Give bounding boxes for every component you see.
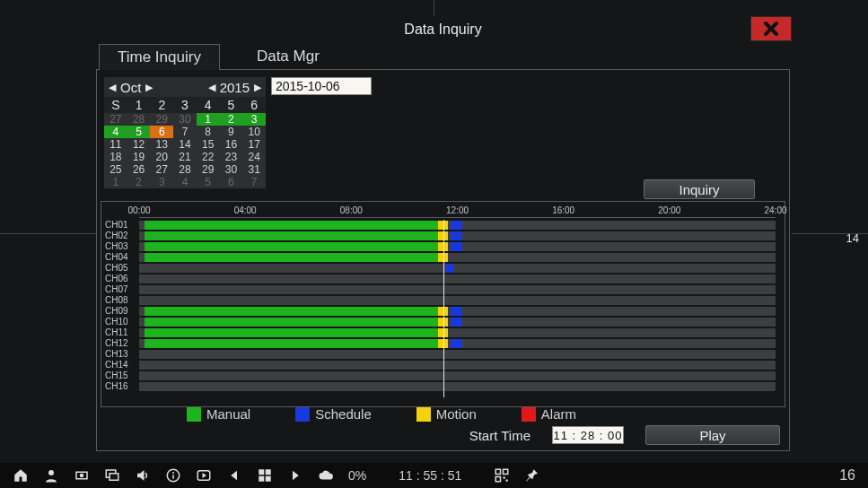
close-button[interactable] [750,16,792,41]
calendar-day[interactable]: 16 [220,138,243,151]
calendar-day[interactable]: 5 [197,176,220,188]
play-button[interactable]: Play [645,425,780,445]
calendar-day[interactable]: 25 [104,163,127,176]
calendar-day[interactable]: 26 [127,163,151,176]
recording-segment[interactable] [145,318,439,327]
calendar-day[interactable]: 9 [220,126,243,138]
channel-track[interactable] [139,371,776,380]
calendar-day[interactable]: 15 [197,138,220,151]
calendar-day[interactable]: 18 [104,151,127,163]
playhead[interactable] [443,220,444,397]
record-icon[interactable] [74,467,90,484]
calendar-day[interactable]: 10 [242,126,266,138]
calendar-day[interactable]: 14 [173,138,197,151]
channel-track[interactable] [139,361,776,370]
tab-time-inquiry[interactable]: Time Inquiry [99,44,220,70]
channel-track[interactable] [139,242,776,251]
qr-icon[interactable] [494,467,510,484]
grid-icon[interactable] [257,467,273,484]
recording-segment[interactable] [145,253,439,262]
calendar-day[interactable]: 29 [197,163,220,176]
recording-segment[interactable] [451,339,462,348]
channel-track[interactable] [139,264,776,273]
recording-segment[interactable] [446,264,452,273]
channel-track[interactable] [139,285,776,294]
calendar-day[interactable]: 7 [173,126,197,138]
calendar-day[interactable]: 30 [220,163,243,176]
channel-track[interactable] [139,350,776,359]
next-icon[interactable] [287,467,303,484]
calendar-day[interactable]: 3 [150,176,173,188]
calendar-day[interactable]: 22 [197,151,220,163]
home-icon[interactable] [13,467,29,484]
start-time-field[interactable] [552,426,624,444]
pin-icon[interactable] [524,467,540,484]
recording-segment[interactable] [145,307,439,316]
user-icon[interactable] [43,467,59,484]
date-field[interactable] [271,77,372,95]
calendar-day[interactable]: 4 [104,126,127,138]
calendar-day[interactable]: 31 [242,163,266,176]
channel-track[interactable] [139,307,776,316]
calendar-day[interactable]: 1 [104,176,127,188]
calendar-day[interactable]: 5 [127,126,151,138]
tab-data-mgr[interactable]: Data Mgr [238,43,338,69]
next-year-icon[interactable]: ▶ [251,82,264,93]
channel-label: CH10 [105,317,139,327]
channel-track[interactable] [139,296,776,305]
monitor-icon[interactable] [104,467,120,484]
volume-icon[interactable] [135,467,151,484]
channel-track[interactable] [139,253,776,262]
recording-segment[interactable] [451,318,462,327]
calendar-day[interactable]: 7 [242,176,266,188]
calendar-day[interactable]: 11 [104,138,127,151]
calendar-day[interactable]: 28 [173,163,197,176]
calendar-day[interactable]: 17 [242,138,266,151]
calendar-day[interactable]: 20 [150,151,173,163]
calendar-day[interactable]: 21 [173,151,197,163]
calendar-day[interactable]: 2 [220,113,243,126]
channel-track[interactable] [139,339,776,348]
calendar-day[interactable]: 6 [220,176,243,188]
calendar-day[interactable]: 23 [220,151,243,163]
calendar-day[interactable]: 3 [242,113,266,126]
recording-segment[interactable] [145,242,439,251]
calendar-day[interactable]: 2 [127,176,151,188]
recording-segment[interactable] [145,328,439,337]
calendar-day[interactable]: 27 [104,113,127,126]
channel-track[interactable] [139,274,776,283]
play-icon[interactable] [196,467,212,484]
prev-icon[interactable] [226,467,242,484]
recording-segment[interactable] [451,221,462,230]
calendar-day[interactable]: 28 [127,113,151,126]
channel-track[interactable] [139,318,776,327]
channel-track[interactable] [139,231,776,240]
calendar-day[interactable]: 1 [197,113,220,126]
recording-segment[interactable] [451,242,462,251]
calendar-day[interactable]: 12 [127,138,151,151]
info-icon[interactable] [165,467,181,484]
calendar-day[interactable]: 27 [150,163,173,176]
recording-segment[interactable] [145,231,439,240]
calendar-day[interactable]: 30 [173,113,197,126]
calendar-day[interactable]: 4 [173,176,197,188]
calendar-day[interactable]: 13 [150,138,173,151]
cloud-icon[interactable] [318,467,334,484]
prev-year-icon[interactable]: ◀ [206,82,218,93]
prev-month-icon[interactable]: ◀ [106,82,118,93]
inquiry-button[interactable]: Inquiry [644,179,755,199]
recording-segment[interactable] [145,221,439,230]
channel-track[interactable] [139,221,776,230]
recording-segment[interactable] [145,339,439,348]
calendar[interactable]: ◀ Oct ▶ ◀ 2015 ▶ S123456 272829301234567… [104,77,266,188]
recording-segment[interactable] [451,307,462,316]
calendar-day[interactable]: 19 [127,151,151,163]
recording-segment[interactable] [451,231,462,240]
channel-track[interactable] [139,382,776,391]
channel-track[interactable] [139,328,776,337]
calendar-day[interactable]: 8 [197,126,220,138]
calendar-day[interactable]: 24 [242,151,266,163]
calendar-day[interactable]: 6 [150,126,173,138]
calendar-day[interactable]: 29 [150,113,173,126]
next-month-icon[interactable]: ▶ [143,82,155,93]
